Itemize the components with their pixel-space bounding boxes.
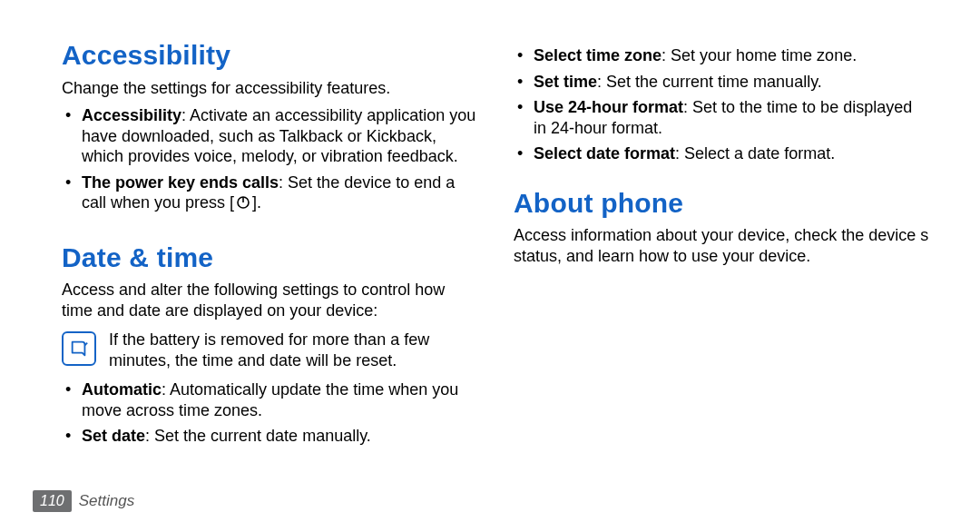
item-desc: : Select a date format. (675, 144, 835, 163)
list-item: Select time zone: Set your home time zon… (517, 45, 929, 66)
accessibility-list: Accessibility: Activate an accessibility… (62, 105, 477, 213)
item-label: Automatic (82, 380, 162, 399)
right-column: Select time zone: Set your home time zon… (514, 38, 929, 532)
heading-about-phone: About phone (514, 186, 929, 221)
page-footer: 110 Settings (33, 490, 134, 512)
heading-accessibility: Accessibility (62, 38, 477, 73)
list-item: Set time: Set the current time manually. (517, 72, 929, 93)
list-item: Set date: Set the current date manually. (65, 426, 477, 447)
footer-section: Settings (79, 491, 134, 510)
item-desc: : Set your home time zone. (662, 46, 857, 64)
item-label: Select date format (534, 144, 675, 163)
item-label: Set date (82, 427, 145, 445)
list-item: Use 24-hour format: Set to the time to b… (517, 97, 929, 138)
list-item: Accessibility: Activate an accessibility… (65, 105, 477, 167)
power-icon (236, 195, 250, 210)
note-icon (62, 331, 96, 366)
datetime-list-right: Select time zone: Set your home time zon… (514, 45, 929, 164)
accessibility-intro: Change the settings for accessibility fe… (62, 78, 477, 99)
page-number-badge: 110 (33, 490, 72, 512)
item-desc: : Set the current date manually. (145, 427, 371, 445)
item-desc: : Set the current time manually. (597, 73, 822, 91)
item-label: Use 24-hour format (534, 98, 683, 116)
list-item: Select date format: Select a date format… (517, 143, 929, 164)
item-label: Accessibility (82, 106, 181, 124)
item-desc-b: ]. (252, 193, 261, 212)
item-label: Select time zone (534, 46, 662, 64)
datetime-intro: Access and alter the following settings … (62, 280, 477, 320)
item-label: The power key ends calls (82, 173, 279, 192)
heading-date-time: Date & time (62, 241, 477, 275)
manual-page: Accessibility Change the settings for ac… (0, 0, 980, 532)
datetime-list-left: Automatic: Automatically update the time… (62, 379, 477, 447)
about-intro: Access information about your device, ch… (514, 225, 929, 266)
note-text: If the battery is removed for more than … (109, 330, 477, 370)
list-item: Automatic: Automatically update the time… (65, 379, 477, 420)
left-column: Accessibility Change the settings for ac… (62, 38, 477, 532)
note: If the battery is removed for more than … (62, 330, 477, 370)
item-label: Set time (534, 73, 597, 91)
list-item: The power key ends calls: Set the device… (65, 172, 477, 213)
